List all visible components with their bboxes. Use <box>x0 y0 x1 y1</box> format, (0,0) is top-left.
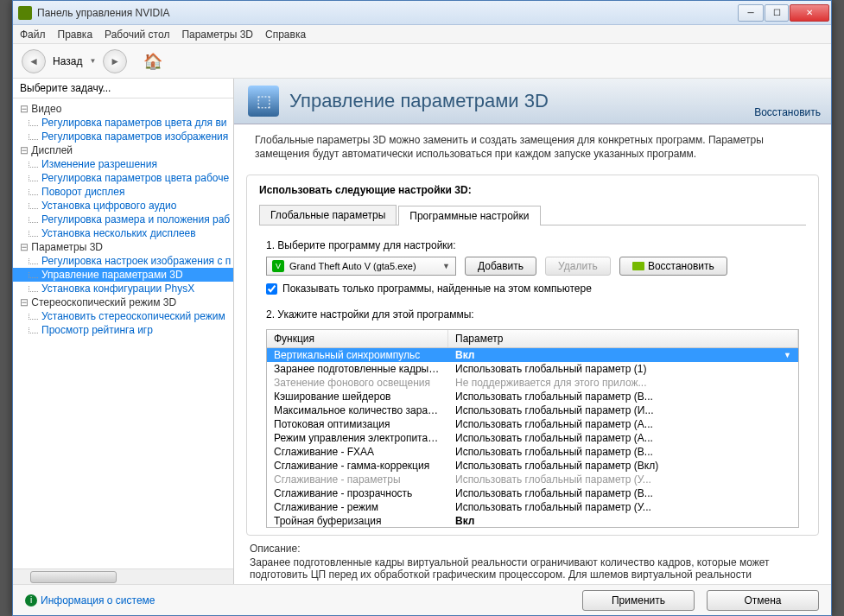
sidebar: Выберите задачу... ВидеоРегулировка пара… <box>13 79 234 584</box>
col-header-parameter[interactable]: Параметр <box>448 330 798 347</box>
tree-item[interactable]: Управление параметрами 3D <box>13 268 233 282</box>
chevron-down-icon: ▼ <box>442 262 450 270</box>
cell-parameter: Использовать глобальный параметр (Вкл) <box>448 459 798 473</box>
grid-row[interactable]: Сглаживание - параметрыИспользовать глоб… <box>267 473 798 486</box>
remove-button[interactable]: Удалить <box>545 257 611 276</box>
menu-desktop[interactable]: Рабочий стол <box>105 29 169 41</box>
cell-function: Тройная буферизация <box>267 514 448 527</box>
tree-item[interactable]: Установка нескольких дисплеев <box>13 226 233 240</box>
app-icon <box>18 6 32 20</box>
cell-parameter: Использовать глобальный параметр (А... <box>448 431 798 445</box>
scrollbar-thumb[interactable] <box>30 571 117 583</box>
cell-function: Сглаживание - гамма-коррекция <box>267 459 448 473</box>
cell-function: Сглаживание - режим <box>267 500 448 514</box>
chevron-down-icon[interactable]: ▼ <box>784 351 791 359</box>
menu-help[interactable]: Справка <box>265 29 306 41</box>
tree-item[interactable]: Установка цифрового аудио <box>13 199 233 213</box>
menu-edit[interactable]: Правка <box>58 29 93 41</box>
program-icon: V <box>272 260 284 272</box>
grid-row[interactable]: Сглаживание - FXAAИспользовать глобальны… <box>267 445 798 459</box>
grid-row[interactable]: Тройная буферизацияВкл <box>267 514 798 527</box>
tree-item[interactable]: Изменение разрешения <box>13 157 233 171</box>
settings-heading: Использовать следующие настройки 3D: <box>259 184 806 196</box>
tree-item[interactable]: Регулировка настроек изображения с п <box>13 254 233 268</box>
page-description: Глобальные параметры 3D можно заменить и… <box>234 124 831 169</box>
cell-function: Максимальное количество заранее под... <box>267 403 448 417</box>
forward-button[interactable]: ► <box>103 49 127 73</box>
close-button[interactable]: ✕ <box>790 4 829 22</box>
task-tree[interactable]: ВидеоРегулировка параметров цвета для ви… <box>13 98 233 568</box>
step1-label: 1. Выберите программу для настройки: <box>266 239 806 251</box>
step2-label: 2. Укажите настройки для этой программы: <box>266 308 806 321</box>
tree-item[interactable]: Регулировка параметров изображения <box>13 130 233 143</box>
cell-function: Сглаживание - прозрачность <box>267 486 448 500</box>
cell-parameter[interactable]: Вкл▼ <box>448 348 798 362</box>
menubar: Файл Правка Рабочий стол Параметры 3D Сп… <box>13 25 831 44</box>
grid-row[interactable]: Потоковая оптимизацияИспользовать глобал… <box>267 417 798 431</box>
cell-parameter: Использовать глобальный параметр (И... <box>448 403 798 417</box>
cell-parameter: Использовать глобальный параметр (В... <box>448 445 798 459</box>
cell-parameter: Использовать глобальный параметр (У... <box>448 473 798 486</box>
grid-row[interactable]: Максимальное количество заранее под...Ис… <box>267 403 798 417</box>
add-button[interactable]: Добавить <box>465 257 536 276</box>
settings-groupbox: Использовать следующие настройки 3D: Гло… <box>246 175 819 536</box>
apply-button[interactable]: Применить <box>582 590 695 611</box>
home-icon[interactable]: 🏠 <box>143 51 163 72</box>
settings-tabs: Глобальные параметры Программные настрой… <box>259 205 806 225</box>
back-dropdown-icon[interactable]: ▼ <box>89 57 96 65</box>
tree-item[interactable]: Установка конфигурации PhysX <box>13 282 233 295</box>
tree-item[interactable]: Поворот дисплея <box>13 185 233 199</box>
cell-function: Режим управления электропитанием <box>267 431 448 445</box>
grid-row[interactable]: Вертикальный синхроимпульсВкл▼ <box>267 348 798 362</box>
grid-row[interactable]: Сглаживание - прозрачностьИспользовать г… <box>267 486 798 500</box>
col-header-function[interactable]: Функция <box>267 330 448 347</box>
restore-defaults-link[interactable]: Восстановить <box>754 106 821 118</box>
app-window: Панель управления NVIDIA ─ ☐ ✕ Файл Прав… <box>12 0 832 616</box>
tab-program[interactable]: Программные настройки <box>398 206 540 225</box>
tree-item[interactable]: Установить стереоскопический режим <box>13 309 233 323</box>
cancel-button[interactable]: Отмена <box>707 590 819 611</box>
grid-row[interactable]: Сглаживание - режимИспользовать глобальн… <box>267 500 798 514</box>
tree-item[interactable]: Регулировка размера и положения раб <box>13 213 233 226</box>
grid-row[interactable]: Затенение фонового освещенияНе поддержив… <box>267 376 798 390</box>
back-button[interactable]: ◄ <box>22 49 46 73</box>
minimize-button[interactable]: ─ <box>738 4 764 22</box>
cell-parameter: Вкл <box>448 514 798 527</box>
cell-function: Затенение фонового освещения <box>267 376 448 390</box>
cell-parameter: Использовать глобальный параметр (1) <box>448 362 798 376</box>
toolbar: ◄ Назад ▼ ► 🏠 <box>13 44 831 79</box>
tree-item[interactable]: Просмотр рейтинга игр <box>13 323 233 337</box>
tree-item[interactable]: Регулировка параметров цвета для ви <box>13 116 233 130</box>
program-select[interactable]: V Grand Theft Auto V (gta5.exe) ▼ <box>266 257 456 276</box>
tree-category[interactable]: Дисплей <box>13 143 233 157</box>
grid-body[interactable]: Вертикальный синхроимпульсВкл▼Заранее по… <box>267 348 798 527</box>
tree-category[interactable]: Стереоскопический режим 3D <box>13 295 233 309</box>
menu-params3d[interactable]: Параметры 3D <box>181 29 253 41</box>
grid-row[interactable]: Сглаживание - гамма-коррекцияИспользоват… <box>267 459 798 473</box>
tree-category[interactable]: Видео <box>13 102 233 116</box>
tab-global[interactable]: Глобальные параметры <box>259 205 397 225</box>
tree-category[interactable]: Параметры 3D <box>13 240 233 254</box>
page-icon: ⬚ <box>248 86 279 117</box>
description-block: Описание: Заранее подготовленные кадры в… <box>234 536 831 584</box>
tree-item[interactable]: Регулировка параметров цвета рабоче <box>13 171 233 185</box>
system-info-link[interactable]: i Информация о системе <box>25 594 155 606</box>
cell-function: Кэширование шейдеров <box>267 390 448 403</box>
description-title: Описание: <box>250 543 815 555</box>
show-only-found-checkbox[interactable] <box>266 283 277 295</box>
restore-button[interactable]: Восстановить <box>619 257 727 276</box>
page-title: Управление параметрами 3D <box>289 90 549 112</box>
titlebar[interactable]: Панель управления NVIDIA ─ ☐ ✕ <box>13 1 831 25</box>
sidebar-hscroll[interactable] <box>13 568 233 584</box>
grid-row[interactable]: Кэширование шейдеровИспользовать глобаль… <box>267 390 798 403</box>
grid-row[interactable]: Режим управления электропитаниемИспользо… <box>267 431 798 445</box>
main-panel: ⬚ Управление параметрами 3D Восстановить… <box>234 79 831 584</box>
settings-grid: Функция Параметр Вертикальный синхроимпу… <box>266 329 799 528</box>
cell-parameter: Использовать глобальный параметр (А... <box>448 417 798 431</box>
menu-file[interactable]: Файл <box>20 29 46 41</box>
maximize-button[interactable]: ☐ <box>765 4 789 22</box>
cell-parameter: Использовать глобальный параметр (В... <box>448 390 798 403</box>
grid-row[interactable]: Заранее подготовленные кадры вирту...Исп… <box>267 362 798 376</box>
page-header: ⬚ Управление параметрами 3D Восстановить <box>234 79 831 124</box>
back-label: Назад <box>53 55 82 67</box>
